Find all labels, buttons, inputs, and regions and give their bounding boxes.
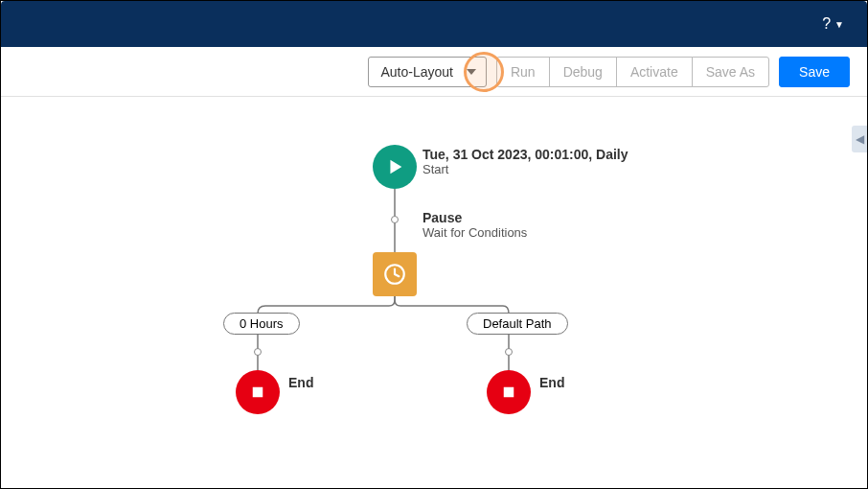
play-icon: [384, 156, 405, 177]
flow-canvas[interactable]: ◀ Tue, 31 Oct 2023, 00:01:00, Daily Star…: [1, 97, 867, 488]
debug-button[interactable]: Debug: [549, 57, 617, 87]
branch-left-pill[interactable]: 0 Hours: [223, 313, 300, 335]
end-node-left[interactable]: [236, 370, 280, 414]
start-title: Tue, 31 Oct 2023, 00:01:00, Daily: [423, 147, 628, 162]
app-header: ? ▼: [1, 1, 867, 47]
save-as-button[interactable]: Save As: [692, 57, 769, 87]
chevron-left-icon: ◀: [856, 132, 864, 146]
add-step-dot-left[interactable]: [254, 348, 262, 356]
end-right-title: End: [539, 375, 564, 390]
branch-right-pill[interactable]: Default Path: [467, 313, 568, 335]
pause-subtitle: Wait for Conditions: [423, 225, 527, 240]
svg-line-6: [395, 274, 399, 276]
layout-dropdown-label: Auto-Layout: [380, 64, 453, 80]
caret-down-icon: ▼: [834, 19, 844, 30]
collapse-panel-tab[interactable]: ◀: [852, 126, 867, 152]
start-node-label: Tue, 31 Oct 2023, 00:01:00, Daily Start: [423, 147, 628, 176]
stop-icon: [500, 384, 517, 401]
activate-button[interactable]: Activate: [616, 57, 693, 87]
toolbar: Auto-Layout Run Debug Activate Save As S…: [1, 47, 867, 97]
end-left-title: End: [288, 375, 313, 390]
pause-node-label: Pause Wait for Conditions: [423, 210, 527, 240]
help-menu[interactable]: ? ▼: [822, 15, 844, 33]
save-button[interactable]: Save: [779, 57, 850, 87]
add-step-dot[interactable]: [391, 216, 399, 223]
start-node[interactable]: [373, 145, 417, 189]
clock-icon: [382, 262, 407, 287]
action-button-group: Run Debug Activate Save As: [496, 57, 769, 87]
add-step-dot-right[interactable]: [505, 348, 513, 356]
end-node-right[interactable]: [487, 370, 531, 414]
caret-down-icon: [467, 69, 476, 75]
run-button[interactable]: Run: [496, 57, 550, 87]
end-left-label: End: [288, 375, 313, 390]
layout-dropdown[interactable]: Auto-Layout: [368, 57, 487, 87]
end-right-label: End: [539, 375, 564, 390]
start-subtitle: Start: [423, 162, 628, 176]
pause-title: Pause: [423, 210, 527, 225]
svg-marker-3: [390, 160, 401, 175]
svg-rect-7: [253, 387, 263, 398]
stop-icon: [249, 384, 266, 401]
help-icon: ?: [822, 15, 831, 33]
pause-node[interactable]: [373, 252, 417, 296]
svg-rect-8: [504, 387, 514, 398]
